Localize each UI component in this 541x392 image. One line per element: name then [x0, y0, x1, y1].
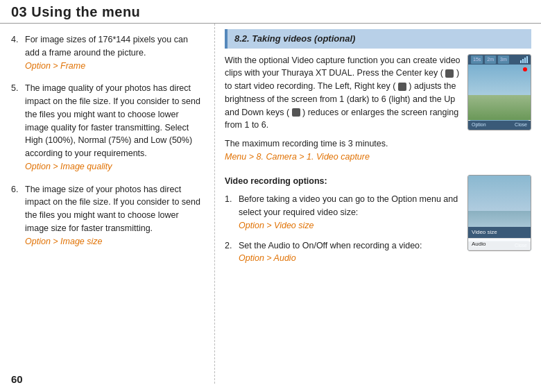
intro-text-block: With the optional Video capture function…	[225, 54, 461, 169]
main-content: 4. For image sizes of 176*144 pixels you…	[0, 24, 541, 384]
list-text: For image sizes of 176*144 pixels you ca…	[25, 35, 188, 58]
list-body: For image sizes of 176*144 pixels you ca…	[25, 33, 203, 72]
list-body: The image quality of your photos has dir…	[25, 82, 203, 173]
video-options-title: Video recording options:	[225, 175, 461, 188]
page-header: 03 Using the menu	[0, 0, 541, 24]
list-number: 4.	[11, 33, 21, 72]
option-quality-link: Option > Image quality	[25, 162, 112, 171]
option-audio-link: Option > Audio	[239, 253, 296, 263]
video-options-section: Video recording options: 1. Before takin…	[225, 175, 531, 273]
right-bottom-section: Video recording options: 1. Before takin…	[225, 175, 531, 273]
video-option-text-1: Before taking a video you can go to the …	[239, 194, 458, 217]
signal-icon	[520, 56, 528, 63]
option-frame-link: Option > Frame	[25, 61, 85, 71]
list-item: 4. For image sizes of 176*144 pixels you…	[11, 33, 203, 72]
phone-screenshot-1: 15s 2m 3m	[467, 54, 531, 130]
list-body: Set the Audio to On/Off when recording a…	[239, 239, 461, 266]
option-size-link: Option > Image size	[25, 237, 103, 246]
list-number: 2.	[225, 239, 234, 266]
max-recording-text: The maximum recording time is 3 minutes.…	[225, 137, 461, 164]
phone-time-bar: 15s 2m 3m	[471, 56, 509, 65]
phone-video-preview	[468, 65, 531, 120]
video-options-text: Video recording options: 1. Before takin…	[225, 175, 461, 273]
list-body: Before taking a video you can go to the …	[239, 193, 461, 232]
list-body: The image size of your photos has direct…	[25, 183, 203, 248]
left-list: 4. For image sizes of 176*144 pixels you…	[11, 33, 203, 248]
video-option-item-2: 2. Set the Audio to On/Off when recordin…	[225, 239, 461, 266]
intro-text: With the optional Video capture function…	[225, 54, 461, 133]
list-number: 6.	[11, 183, 21, 248]
phone-screenshot-2: Video size Audio Select Close	[467, 175, 531, 251]
time-seg-3: 3m	[498, 56, 509, 65]
list-number: 5.	[11, 82, 21, 173]
phone-menu-item-videosize: Video size	[468, 227, 531, 239]
phone-menu-overlay: Video size Audio	[468, 227, 531, 250]
section-title: 8.2. Taking videos (optional)	[234, 33, 355, 44]
phone-close-label: Close	[515, 121, 527, 129]
video-option-text-2: Set the Audio to On/Off when recording a…	[239, 241, 422, 250]
right-column: 8.2. Taking videos (optional) With the o…	[215, 24, 541, 384]
video-option-item-1: 1. Before taking a video you can go to t…	[225, 193, 461, 232]
menu-camera-link: Menu > 8. Camera > 1. Video capture	[225, 152, 370, 162]
page-number: 60	[11, 373, 23, 385]
phone-bottom-bar-1: Option Close	[468, 121, 531, 130]
list-item: 5. The image quality of your photos has …	[11, 82, 203, 173]
right-top-section: With the optional Video capture function…	[225, 54, 531, 169]
video-options-list: 1. Before taking a video you can go to t…	[225, 193, 461, 265]
list-text: The image size of your photos has direct…	[25, 185, 200, 233]
list-text: The image quality of your photos has dir…	[25, 83, 200, 158]
list-number: 1.	[225, 193, 234, 232]
time-seg-2: 2m	[485, 56, 496, 65]
phone-menu-item-audio: Audio	[468, 239, 531, 250]
section-header: 8.2. Taking videos (optional)	[225, 29, 531, 49]
page-title: 03 Using the menu	[11, 4, 530, 20]
phone-option-label: Option	[472, 121, 486, 129]
option-videosize-link: Option > Video size	[239, 221, 314, 230]
list-item: 6. The image size of your photos has dir…	[11, 183, 203, 248]
phone-status-bar: 15s 2m 3m	[468, 55, 531, 65]
left-column: 4. For image sizes of 176*144 pixels you…	[0, 24, 215, 384]
time-seg-1: 15s	[471, 56, 483, 65]
